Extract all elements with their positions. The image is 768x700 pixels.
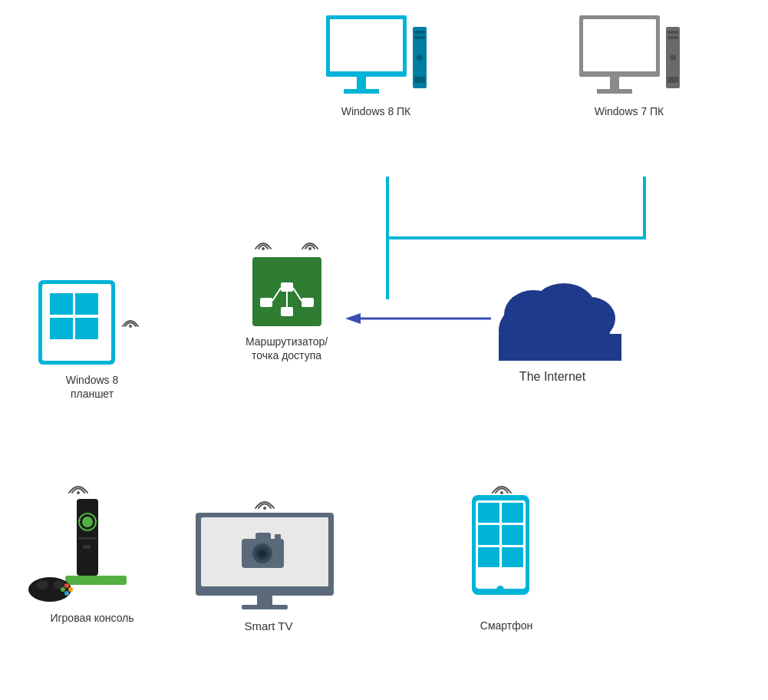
svg-point-58 — [263, 507, 266, 510]
svg-rect-50 — [65, 576, 127, 585]
svg-rect-72 — [478, 503, 499, 523]
svg-rect-76 — [478, 547, 499, 567]
svg-rect-27 — [281, 307, 293, 316]
internet-node: The Internet — [483, 272, 621, 385]
svg-point-21 — [262, 247, 265, 250]
svg-point-64 — [259, 550, 266, 557]
svg-rect-48 — [78, 537, 97, 540]
svg-rect-14 — [610, 77, 619, 91]
svg-marker-2 — [345, 313, 361, 324]
internet-label: The Internet — [519, 369, 585, 385]
svg-point-19 — [670, 54, 676, 61]
win7-pc-icon — [575, 15, 683, 100]
svg-rect-67 — [257, 596, 272, 605]
router-icon — [249, 253, 325, 330]
smartphone-label: Смартфон — [480, 619, 532, 632]
svg-rect-20 — [667, 77, 678, 83]
svg-point-44 — [77, 491, 80, 494]
svg-rect-39 — [50, 293, 73, 315]
router-node: Маршрутизатор/ точка доступа — [246, 253, 328, 362]
svg-point-10 — [417, 54, 423, 61]
svg-rect-68 — [242, 605, 288, 609]
svg-rect-8 — [414, 31, 425, 34]
svg-rect-66 — [275, 534, 281, 539]
svg-rect-6 — [344, 89, 379, 94]
svg-point-55 — [64, 583, 69, 588]
svg-rect-18 — [667, 36, 678, 39]
internet-cloud-icon — [483, 272, 621, 365]
svg-point-54 — [61, 587, 65, 592]
svg-rect-15 — [597, 89, 632, 94]
svg-rect-36 — [499, 334, 621, 361]
svg-point-35 — [566, 297, 615, 340]
router-label: Маршрутизатор/ точка доступа — [246, 335, 328, 362]
smarttv-node: Smart TV — [192, 491, 345, 634]
svg-rect-42 — [75, 318, 98, 339]
svg-rect-41 — [50, 318, 73, 339]
xbox-icon — [23, 476, 161, 606]
win8-tablet-label: Windows 8 планшет — [66, 373, 118, 401]
win8-pc-label: Windows 8 ПК — [341, 104, 411, 118]
svg-point-57 — [64, 591, 69, 596]
svg-rect-77 — [502, 547, 523, 567]
svg-rect-73 — [502, 503, 523, 523]
svg-rect-17 — [667, 31, 678, 34]
smartphone-node: Смартфон — [453, 476, 560, 632]
svg-point-43 — [129, 325, 132, 328]
win8-pc-icon — [322, 15, 430, 100]
win7-pc-node: Windows 7 ПК — [575, 15, 683, 118]
win8-tablet-node: Windows 8 планшет — [35, 276, 150, 401]
svg-point-69 — [500, 491, 503, 494]
svg-rect-65 — [255, 533, 271, 542]
xbox-label: Игровая консоль — [50, 611, 133, 625]
wifi-topright — [298, 232, 321, 256]
svg-point-47 — [82, 517, 93, 527]
xbox-node: Игровая консоль — [23, 476, 161, 625]
svg-point-22 — [308, 247, 311, 250]
svg-rect-26 — [302, 298, 314, 307]
svg-point-52 — [36, 580, 48, 589]
smarttv-label: Smart TV — [244, 619, 292, 634]
svg-rect-49 — [83, 545, 91, 549]
svg-point-78 — [496, 586, 504, 593]
svg-rect-4 — [330, 19, 403, 71]
svg-rect-25 — [260, 298, 272, 307]
network-diagram: Windows 8 ПК Windows 7 ПК — [0, 0, 768, 700]
svg-rect-74 — [478, 525, 499, 545]
svg-rect-9 — [414, 36, 425, 39]
wifi-topleft — [252, 232, 275, 256]
win8-tablet-icon — [35, 276, 150, 368]
win7-pc-label: Windows 7 ПК — [595, 104, 664, 118]
svg-rect-5 — [357, 77, 366, 91]
svg-rect-24 — [281, 282, 293, 292]
svg-rect-40 — [75, 293, 98, 315]
win8-pc-node: Windows 8 ПК — [322, 15, 430, 118]
svg-point-56 — [68, 587, 73, 592]
svg-rect-75 — [502, 525, 523, 545]
svg-rect-11 — [414, 77, 425, 83]
smartphone-icon — [453, 476, 560, 614]
svg-rect-13 — [583, 19, 656, 71]
smarttv-icon — [192, 491, 345, 614]
